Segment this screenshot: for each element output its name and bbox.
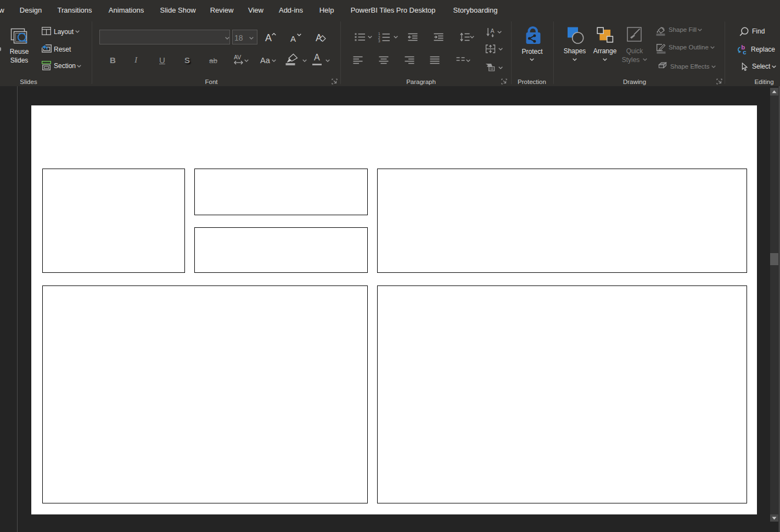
svg-text:3: 3 [378,39,380,42]
svg-text:c: c [743,49,747,55]
svg-text:A: A [491,27,495,34]
svg-text:AV: AV [234,54,241,60]
